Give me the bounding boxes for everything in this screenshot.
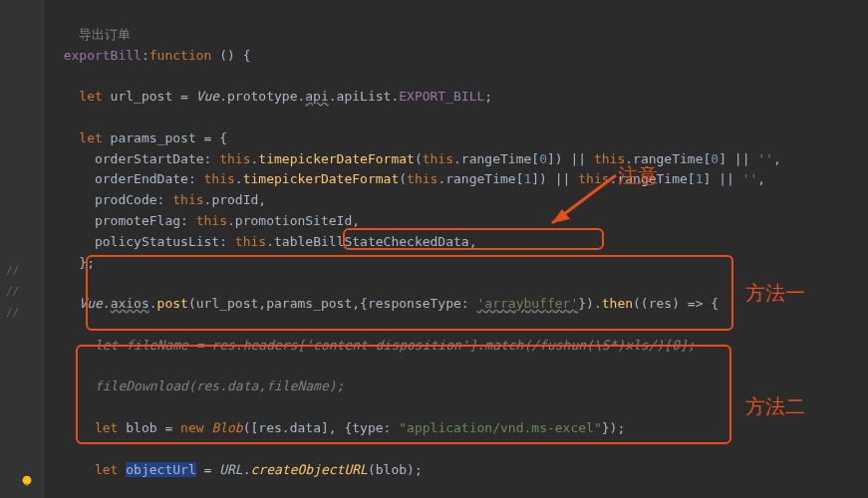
code-line: let url_post = Vue.prototype.api.apiList…: [48, 89, 492, 104]
code-line: [48, 359, 56, 374]
svg-point-0: [23, 476, 32, 485]
svg-rect-1: [25, 484, 29, 486]
code-line: exportBill:function () {: [48, 48, 251, 63]
annotation-box-responsetype: [343, 228, 604, 250]
code-line: [48, 275, 56, 290]
code-line: let objectUrl = URL.createObjectURL(blob…: [48, 462, 423, 477]
code-line: [48, 441, 56, 456]
code-line: 导出订单: [48, 27, 131, 42]
gutter-comment-mark: //: [6, 283, 19, 301]
code-line: prodCode: this.prodId,: [48, 192, 266, 207]
annotation-box-method2: [76, 345, 731, 444]
code-line: [48, 482, 56, 497]
gutter-comment-mark: //: [6, 262, 19, 280]
annotation-method1: 方法一: [745, 277, 805, 309]
annotation-method2: 方法二: [745, 390, 805, 422]
annotation-box-method1: [86, 255, 733, 331]
intention-bulb-icon[interactable]: [20, 474, 34, 488]
code-line: [48, 317, 56, 332]
code-line: let params_post = {: [48, 130, 227, 145]
editor-gutter: // // //: [0, 0, 44, 498]
code-line: [48, 68, 56, 83]
code-line: orderStartDate: this.timepickerDateForma…: [48, 151, 781, 166]
gutter-comment-mark: //: [6, 304, 19, 322]
code-line: orderEndDate: this.timepickerDateFormat(…: [48, 171, 765, 186]
code-line: promoteFlag: this.promotionSiteId,: [48, 213, 360, 228]
code-line: [48, 110, 56, 124]
annotation-note: 注意: [618, 159, 658, 191]
code-line: [48, 399, 56, 414]
arrow-icon: [538, 171, 628, 231]
